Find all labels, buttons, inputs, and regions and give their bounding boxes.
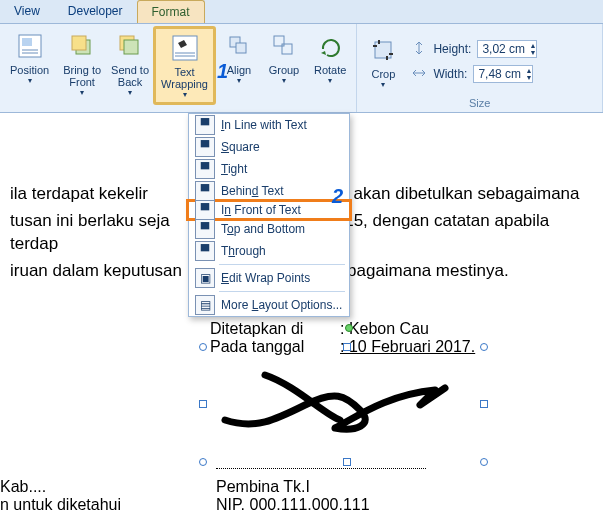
rotate-button[interactable]: Rotate ▾ — [308, 26, 352, 89]
height-input[interactable]: 3,02 cm▲▼ — [477, 40, 537, 58]
menu-separator — [219, 264, 345, 265]
send-back-label: Send to Back — [111, 64, 149, 88]
width-row: Width: 7,48 cm▲▼ — [411, 63, 537, 85]
selection-handle[interactable] — [199, 343, 207, 351]
send-to-back-button[interactable]: Send to Back ▾ — [109, 26, 151, 101]
dropdown-icon: ▾ — [282, 76, 286, 85]
dotted-line — [216, 468, 426, 469]
spinner-icon[interactable]: ▲▼ — [529, 42, 536, 56]
annotation-2: 2 — [332, 185, 343, 208]
svg-rect-7 — [124, 40, 138, 54]
group-icon — [268, 30, 300, 62]
square-icon: ▀ — [195, 137, 215, 157]
height-label: Height: — [433, 42, 471, 56]
text-wrapping-label: Text Wrapping — [161, 66, 208, 90]
infront-icon: ▀ — [195, 200, 215, 220]
svg-rect-1 — [22, 38, 32, 46]
tab-format[interactable]: Format — [137, 0, 205, 23]
menu-top-and-bottom[interactable]: ▀Top and Bottom — [189, 218, 349, 240]
width-input[interactable]: 7,48 cm▲▼ — [473, 65, 533, 83]
width-label: Width: — [433, 67, 467, 81]
group-button[interactable]: Group ▾ — [262, 26, 306, 89]
untuk-text: n untuk diketahui — [0, 496, 121, 514]
signature-image[interactable] — [215, 360, 475, 450]
selection-handle[interactable] — [199, 458, 207, 466]
width-value: 7,48 cm — [478, 67, 521, 81]
menu-inline-with-text[interactable]: ▀IIn Line with Textn Line with Text — [189, 114, 349, 136]
rotate-handle[interactable] — [345, 324, 353, 332]
doc-text: iruan dalam keputusan — [10, 261, 182, 280]
ditetapkan-label: Ditetapkan di — [210, 320, 340, 338]
position-label: Position — [10, 64, 49, 76]
svg-rect-5 — [72, 36, 86, 50]
selection-handle[interactable] — [480, 458, 488, 466]
selection-handle[interactable] — [343, 343, 351, 351]
send-back-icon — [114, 30, 146, 62]
doc-text: n ini, akan dibetulkan sebagaimana — [313, 184, 580, 203]
bring-front-label: Bring to Front — [63, 64, 101, 88]
height-row: Height: 3,02 cm▲▼ — [411, 38, 537, 60]
bring-front-icon — [66, 30, 98, 62]
tanggal-label: Pada tanggal — [210, 338, 340, 356]
pembina-text: Pembina Tk.I — [216, 478, 370, 496]
menu-more-layout-options[interactable]: ▤More Layout Options... — [189, 294, 349, 316]
nip-text: NIP. 000.111.000.111 — [216, 496, 370, 514]
behind-icon: ▀ — [195, 181, 215, 201]
menu-through[interactable]: ▀Through — [189, 240, 349, 262]
through-icon: ▀ — [195, 241, 215, 261]
svg-rect-15 — [375, 42, 391, 58]
group-button-label: Group — [269, 64, 300, 76]
ditetapkan-value: : Kebon Cau — [340, 320, 429, 338]
dropdown-icon: ▾ — [128, 88, 132, 97]
crop-icon — [367, 34, 399, 66]
svg-rect-12 — [236, 43, 246, 53]
dropdown-icon: ▾ — [237, 76, 241, 85]
selection-handle[interactable] — [199, 400, 207, 408]
position-icon — [14, 30, 46, 62]
tab-developer[interactable]: Developer — [54, 0, 137, 23]
text-wrapping-button[interactable]: Text Wrapping ▾ — [153, 26, 216, 105]
dropdown-icon: ▾ — [80, 88, 84, 97]
group-size: Crop ▾ Height: 3,02 cm▲▼ Width: 7,48 cm▲… — [357, 24, 603, 112]
dropdown-icon: ▾ — [28, 76, 32, 85]
dropdown-icon: ▾ — [381, 80, 385, 89]
ribbon: Position ▾ Bring to Front ▾ Send to Back… — [0, 24, 603, 113]
dropdown-icon: ▾ — [183, 90, 187, 99]
crop-label: Crop — [371, 68, 395, 80]
align-label: Align — [227, 64, 251, 76]
rotate-label: Rotate — [314, 64, 346, 76]
position-button[interactable]: Position ▾ — [4, 26, 55, 89]
dropdown-icon: ▾ — [328, 76, 332, 85]
text-wrapping-menu: ▀IIn Line with Textn Line with Text ▀Squ… — [188, 113, 350, 317]
selection-handle[interactable] — [480, 343, 488, 351]
topbottom-icon: ▀ — [195, 219, 215, 239]
spinner-icon[interactable]: ▲▼ — [525, 67, 532, 81]
inline-icon: ▀ — [195, 115, 215, 135]
doc-text: bagaimana mestinya. — [347, 261, 509, 280]
align-icon — [223, 30, 255, 62]
doc-text: tusan ini berlaku seja — [10, 211, 170, 230]
menu-edit-wrap-points[interactable]: ▣Edit Wrap Points — [189, 267, 349, 289]
ribbon-tabs: View Developer Format — [0, 0, 603, 24]
kab-text: Kab.... — [0, 478, 121, 496]
tight-icon: ▀ — [195, 159, 215, 179]
height-value: 3,02 cm — [482, 42, 525, 56]
annotation-1: 1 — [217, 60, 228, 83]
menu-square[interactable]: ▀Square — [189, 136, 349, 158]
crop-button[interactable]: Crop ▾ — [361, 30, 405, 93]
morelayout-icon: ▤ — [195, 295, 215, 315]
menu-separator — [219, 291, 345, 292]
editwrap-icon: ▣ — [195, 268, 215, 288]
group-arrange: Position ▾ Bring to Front ▾ Send to Back… — [0, 24, 357, 112]
selection-handle[interactable] — [480, 400, 488, 408]
bring-to-front-button[interactable]: Bring to Front ▾ — [57, 26, 107, 101]
tab-view[interactable]: View — [0, 0, 54, 23]
doc-text: ila terdapat kekelir — [10, 184, 148, 203]
height-icon — [411, 40, 427, 56]
selection-handle[interactable] — [343, 458, 351, 466]
width-icon — [411, 65, 427, 81]
group-size-label: Size — [361, 97, 598, 111]
text-wrapping-icon — [169, 32, 201, 64]
rotate-icon — [314, 30, 346, 62]
menu-tight[interactable]: ▀Tight — [189, 158, 349, 180]
